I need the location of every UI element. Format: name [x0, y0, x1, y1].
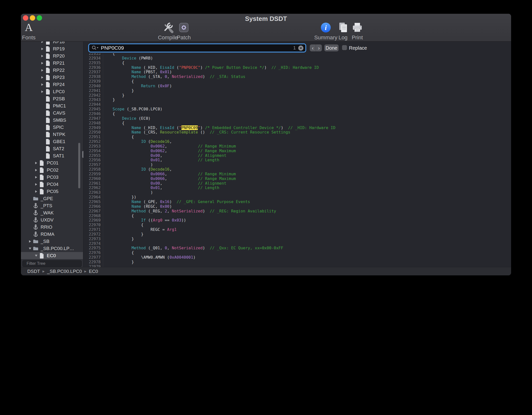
- code-line[interactable]: 22976 {: [83, 251, 511, 255]
- disclosure-right-icon[interactable]: [40, 42, 45, 43]
- sidebar-item-rp21[interactable]: RP21: [21, 59, 83, 67]
- sidebar-item-pc01[interactable]: PC01: [21, 159, 83, 166]
- code-line[interactable]: 22950 Name (_CRS, ResourceTemplate () //…: [83, 130, 511, 135]
- code-line[interactable]: 22961 0x00, // Alignment: [83, 181, 511, 186]
- sidebar-item-pc05[interactable]: PC05: [21, 188, 83, 195]
- sidebar-item-rp23[interactable]: RP23: [21, 74, 83, 81]
- sidebar-item--sb[interactable]: _SB: [21, 238, 83, 245]
- sidebar-item-pmc1[interactable]: PMC1: [21, 102, 83, 109]
- code-line[interactable]: 22963 ): [83, 190, 511, 195]
- sidebar-item-rp22[interactable]: RP22: [21, 67, 83, 74]
- code-line[interactable]: 22949 Name (_HID, EisaId ("PNP0C09") /* …: [83, 126, 511, 130]
- code-line[interactable]: 22965 Name (_GPE, 0x16) // _GPE: General…: [83, 200, 511, 204]
- sidebar-item-rp20[interactable]: RP20: [21, 52, 83, 59]
- sidebar-item-smbs[interactable]: SMBS: [21, 117, 83, 124]
- code-editor[interactable]: 22933 {22934 Device (PWRB)22935 {22936 N…: [83, 53, 511, 267]
- disclosure-right-icon[interactable]: [34, 183, 38, 186]
- fonts-button[interactable]: A Fonts: [21, 21, 44, 41]
- sidebar-item-pc04[interactable]: PC04: [21, 181, 83, 188]
- search-input[interactable]: [100, 45, 293, 51]
- code-line[interactable]: 22939 {: [83, 79, 511, 84]
- code-line[interactable]: 22936 Name (_HID, EisaId ("PNP0C0C") /* …: [83, 65, 511, 70]
- code-line[interactable]: 22960 0x0066, // Range Maximum: [83, 177, 511, 181]
- disclosure-right-icon[interactable]: [34, 162, 38, 164]
- disclosure-right-icon[interactable]: [40, 69, 45, 72]
- code-line[interactable]: 22969 If ((Arg0 == 0x03)): [83, 218, 511, 223]
- disclosure-right-icon[interactable]: [40, 76, 45, 79]
- code-line[interactable]: 22959 0x0066, // Range Minimum: [83, 172, 511, 177]
- sidebar-item--sb-pc00-lp-[interactable]: _SB.PC00.LP…: [21, 245, 83, 252]
- code-line[interactable]: 22977 \AMW0.AMWN (0xA0040001): [83, 255, 511, 260]
- previous-match-button[interactable]: ‹: [310, 44, 316, 51]
- sidebar-item-uxdv[interactable]: UXDV: [21, 216, 83, 223]
- code-line[interactable]: 22941 }: [83, 89, 511, 93]
- sidebar-item--gpe[interactable]: _GPE: [21, 195, 83, 202]
- print-button[interactable]: Print: [343, 21, 372, 41]
- code-line[interactable]: 22947 Device (EC0): [83, 116, 511, 121]
- sidebar-item-pc03[interactable]: PC03: [21, 174, 83, 181]
- sidebar-item-rrio[interactable]: RRIO: [21, 223, 83, 231]
- code-line[interactable]: 22942 }: [83, 93, 511, 98]
- sidebar-item-ec0[interactable]: EC0: [21, 252, 83, 259]
- sidebar-scrollbar[interactable]: [78, 143, 80, 188]
- code-line[interactable]: 22972 }: [83, 232, 511, 237]
- code-line[interactable]: 22935 {: [83, 61, 511, 65]
- code-line[interactable]: 22934 Device (PWRB): [83, 56, 511, 61]
- breadcrumb-item[interactable]: DSDT: [27, 269, 40, 274]
- search-menu-icon[interactable]: [92, 45, 99, 51]
- code-line[interactable]: 22975 Method (_Q01, 0, NotSerialized) //…: [83, 246, 511, 251]
- code-line[interactable]: 22955 0x00, // Alignment: [83, 153, 511, 158]
- code-line[interactable]: 22943 }: [83, 98, 511, 102]
- code-line[interactable]: 22948 {: [83, 121, 511, 126]
- sidebar-item-ntpk[interactable]: NTPK: [21, 131, 83, 138]
- code-line[interactable]: 22962 0x01, // Length: [83, 186, 511, 190]
- disclosure-right-icon[interactable]: [28, 240, 32, 243]
- code-line[interactable]: 22973 }: [83, 237, 511, 241]
- code-line[interactable]: 22974: [83, 241, 511, 246]
- code-line[interactable]: 22956 0x01, // Length: [83, 158, 511, 163]
- code-line[interactable]: 22953 0x0062, // Range Minimum: [83, 144, 511, 149]
- code-line[interactable]: 22958 IO (Decode16,: [83, 167, 511, 172]
- breadcrumb-item[interactable]: EC0: [89, 269, 98, 274]
- code-line[interactable]: 22946 {: [83, 112, 511, 116]
- code-line[interactable]: 22964 }): [83, 195, 511, 200]
- code-line[interactable]: 22970 {: [83, 223, 511, 227]
- next-match-button[interactable]: ›: [316, 44, 322, 51]
- sidebar-item-spic[interactable]: SPIC: [21, 124, 83, 131]
- code-line[interactable]: 22971 REGC = Arg1: [83, 227, 511, 232]
- code-line[interactable]: 22966 Name (REGC, 0x00): [83, 204, 511, 209]
- disclosure-down-icon[interactable]: [34, 255, 38, 257]
- disclosure-right-icon[interactable]: [40, 48, 45, 50]
- sidebar-item-sat2[interactable]: SAT2: [21, 145, 83, 152]
- sidebar-item--pts[interactable]: _PTS: [21, 202, 83, 209]
- code-line[interactable]: 22940 Return (0x0F): [83, 84, 511, 89]
- sidebar-item-rdma[interactable]: RDMA: [21, 231, 83, 238]
- disclosure-right-icon[interactable]: [34, 169, 38, 171]
- code-line[interactable]: 22951 {: [83, 135, 511, 139]
- sidebar-item-pc02[interactable]: PC02: [21, 166, 83, 174]
- replace-checkbox[interactable]: [342, 45, 347, 50]
- disclosure-right-icon[interactable]: [40, 62, 45, 64]
- code-line[interactable]: 22945 Scope (_SB.PC00.LPC0): [83, 107, 511, 112]
- code-line[interactable]: 22957 ): [83, 163, 511, 167]
- code-line[interactable]: 22968 {: [83, 214, 511, 218]
- code-line[interactable]: 22937 Name (PBST, 0x01): [83, 70, 511, 74]
- sidebar-item-p2sb[interactable]: P2SB: [21, 95, 83, 102]
- disclosure-right-icon[interactable]: [40, 55, 45, 57]
- done-button[interactable]: Done: [324, 44, 339, 51]
- sidebar-item--wak[interactable]: _WAK: [21, 209, 83, 216]
- patch-button[interactable]: Patch: [169, 21, 199, 41]
- code-line[interactable]: 22967 Method (_REG, 2, NotSerialized) //…: [83, 209, 511, 214]
- code-line[interactable]: 22978 }: [83, 260, 511, 265]
- clear-search-icon[interactable]: ×: [298, 45, 303, 51]
- filter-tree-field[interactable]: [22, 260, 82, 267]
- code-line[interactable]: 22954 0x0062, // Range Maximum: [83, 149, 511, 153]
- disclosure-right-icon[interactable]: [34, 176, 38, 178]
- code-line[interactable]: 22952 IO (Decode16,: [83, 139, 511, 144]
- sidebar-item-gbe1[interactable]: GBE1: [21, 138, 83, 145]
- disclosure-right-icon[interactable]: [34, 190, 38, 193]
- sidebar-item-cavs[interactable]: CAVS: [21, 109, 83, 117]
- sidebar-item-lpc0[interactable]: LPC0: [21, 88, 83, 95]
- sidebar-item-rp18[interactable]: RP18: [21, 42, 83, 45]
- breadcrumb-item[interactable]: _SB.PC00.LPC0: [47, 269, 82, 274]
